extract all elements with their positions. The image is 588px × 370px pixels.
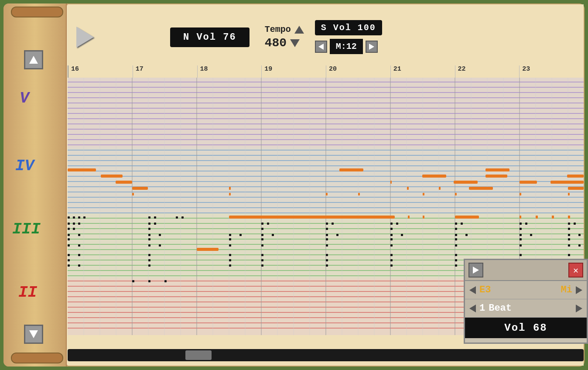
svg-rect-85: [339, 168, 363, 171]
svg-rect-96: [132, 187, 148, 190]
svg-rect-174: [326, 238, 328, 240]
svg-rect-95: [550, 181, 584, 184]
svg-rect-187: [455, 244, 457, 247]
svg-rect-179: [68, 244, 70, 247]
svg-rect-93: [454, 181, 478, 184]
svg-rect-195: [229, 254, 231, 256]
svg-rect-147: [326, 228, 328, 230]
popup-nav-right-note[interactable]: [576, 286, 582, 294]
svg-rect-113: [83, 216, 85, 219]
svg-rect-112: [78, 216, 80, 219]
tempo-section: Tempo 480: [265, 24, 304, 50]
sidebar-label-ii: II: [18, 284, 37, 301]
tempo-down-btn[interactable]: [290, 39, 300, 47]
svg-rect-98: [407, 187, 409, 190]
svg-rect-87: [101, 175, 123, 178]
svg-rect-119: [408, 216, 410, 219]
svg-rect-133: [326, 223, 328, 225]
svg-rect-92: [390, 181, 392, 184]
sidebar-label-iii: III: [12, 220, 41, 238]
svg-rect-118: [229, 216, 395, 219]
svg-rect-99: [439, 187, 441, 190]
popup-nav-right-beat[interactable]: [576, 305, 582, 312]
svg-rect-150: [520, 228, 522, 230]
svg-rect-166: [520, 234, 522, 236]
svg-rect-163: [401, 234, 403, 236]
svg-rect-132: [267, 223, 269, 225]
svg-rect-154: [148, 234, 150, 236]
svg-rect-186: [390, 244, 393, 247]
svg-rect-136: [396, 223, 398, 225]
popup-play-btn[interactable]: [468, 263, 483, 278]
measure-21: 21: [390, 65, 455, 78]
svg-rect-100: [469, 187, 493, 190]
svg-rect-219: [455, 264, 457, 267]
svg-rect-149: [455, 228, 457, 230]
popup-nav-left-note[interactable]: [469, 286, 476, 294]
svg-rect-203: [148, 259, 150, 261]
sidebar-icon-bottom[interactable]: [24, 325, 43, 344]
svg-rect-200: [520, 254, 522, 256]
popup-beat-label: Beat: [489, 303, 572, 314]
play-button[interactable]: [76, 27, 94, 48]
svg-rect-144: [73, 228, 75, 230]
svg-rect-176: [455, 238, 457, 240]
popup-panel: ✕ E3 Mi 1 Beat Vol 68: [464, 259, 588, 344]
svg-rect-204: [229, 259, 231, 261]
svg-rect-180: [78, 244, 80, 247]
svg-rect-152: [68, 234, 70, 236]
svg-rect-181: [148, 244, 150, 247]
svg-rect-196: [261, 254, 263, 256]
scrollbar-thumb[interactable]: [185, 350, 212, 360]
svg-rect-185: [326, 244, 328, 247]
svg-rect-115: [154, 216, 156, 219]
tempo-up-btn[interactable]: [294, 26, 304, 34]
svg-rect-124: [552, 216, 554, 219]
svg-rect-168: [568, 234, 570, 236]
popup-close-btn[interactable]: ✕: [568, 263, 583, 278]
svg-rect-171: [148, 238, 150, 240]
svg-rect-84: [68, 168, 96, 171]
svg-rect-205: [261, 259, 263, 261]
measure-16: 16: [68, 65, 133, 78]
svg-rect-114: [148, 216, 150, 219]
popup-beat-num: 1: [479, 303, 485, 314]
svg-rect-184: [261, 244, 263, 247]
sidebar-icon-top[interactable]: [24, 50, 43, 69]
svg-rect-137: [455, 223, 457, 225]
m-nav-right-btn[interactable]: [366, 41, 378, 53]
svg-rect-104: [326, 193, 328, 195]
svg-rect-206: [326, 259, 328, 261]
svg-rect-183: [229, 244, 231, 247]
svg-rect-190: [578, 244, 581, 247]
svg-rect-107: [455, 193, 457, 195]
svg-rect-127: [73, 223, 75, 225]
measure-22: 22: [455, 65, 520, 78]
svg-rect-199: [455, 254, 457, 256]
svg-rect-191: [197, 248, 219, 251]
svg-rect-108: [520, 193, 521, 195]
svg-rect-139: [520, 223, 522, 225]
m-nav-left-btn[interactable]: [315, 41, 327, 53]
svg-rect-151: [568, 228, 570, 230]
svg-rect-224: [164, 280, 167, 282]
popup-nav-left-beat[interactable]: [469, 305, 476, 312]
svg-rect-146: [261, 228, 263, 230]
svg-rect-193: [78, 254, 80, 256]
svg-rect-89: [485, 175, 507, 178]
svg-rect-160: [326, 234, 328, 236]
svg-rect-182: [159, 244, 161, 247]
svg-rect-169: [578, 234, 581, 236]
svg-rect-197: [326, 254, 328, 256]
measure-19: 19: [261, 65, 326, 78]
svg-rect-192: [68, 254, 70, 256]
svg-rect-165: [465, 234, 468, 236]
svg-rect-117: [181, 216, 184, 219]
svg-rect-102: [132, 193, 134, 195]
svg-rect-202: [68, 259, 70, 261]
scrollbar-track[interactable]: [68, 349, 584, 361]
svg-rect-158: [261, 234, 263, 236]
n-vol-display: N Vol 76: [170, 27, 250, 47]
svg-rect-223: [148, 280, 150, 282]
svg-rect-143: [68, 228, 70, 230]
